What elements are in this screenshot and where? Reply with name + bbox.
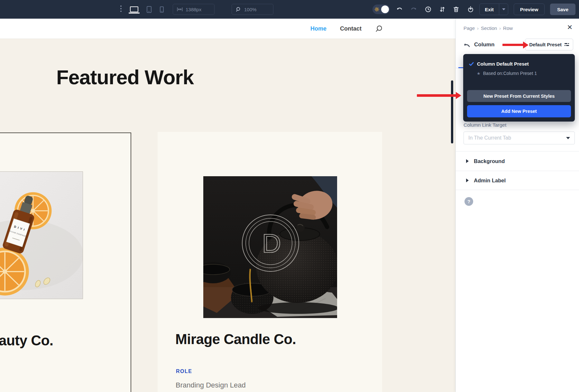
clock-icon (425, 6, 432, 13)
history-button[interactable] (425, 6, 432, 13)
redo-button[interactable] (410, 6, 417, 13)
teapot-photo: D (203, 176, 337, 318)
section-background-title: Background (474, 158, 505, 164)
panel-title: Column (474, 41, 494, 48)
default-preset-label: Default Preset (529, 42, 562, 47)
active-preset-row[interactable]: Column Default Preset (469, 61, 529, 67)
preset-icon (565, 43, 569, 46)
chevron-down-icon (566, 137, 570, 139)
role-value: Branding Design Lead (176, 381, 246, 389)
exit-label[interactable]: Exit (480, 4, 499, 15)
close-panel-button[interactable]: ✕ (567, 24, 573, 31)
chevron-down-icon (502, 8, 505, 10)
check-icon (469, 62, 474, 66)
undo-icon (396, 6, 403, 13)
power-download-icon (467, 6, 474, 13)
add-new-preset-button[interactable]: Add New Preset (467, 105, 571, 117)
breadcrumb-section[interactable]: Section (481, 25, 497, 31)
star-icon: ★ (477, 71, 481, 76)
desktop-icon (130, 6, 138, 12)
serum-bottle-photo: D I V I DIVINE ESSENCE (0, 171, 83, 299)
desktop-view-button[interactable] (129, 5, 140, 14)
active-preset-name: Column Default Preset (477, 61, 529, 67)
canvas-width-input[interactable]: 1388px (173, 4, 215, 15)
based-on-row: ★ Based on:Column Preset 1 (477, 71, 537, 76)
tablet-icon (147, 6, 152, 13)
column-link-target-label: Column Link Target (464, 122, 506, 128)
width-arrows-icon (177, 7, 183, 12)
phone-icon (160, 6, 164, 13)
tablet-view-button[interactable] (143, 5, 154, 14)
active-tab-indicator (458, 67, 464, 68)
section-admin-label-toggle[interactable]: Admin Label (456, 171, 579, 190)
page-title: Featured Work (56, 66, 194, 89)
nav-link-home[interactable]: Home (310, 25, 326, 32)
section-admin-label-title: Admin Label (474, 178, 506, 184)
help-button[interactable]: ? (464, 197, 473, 206)
default-preset-button[interactable]: Default Preset (525, 39, 573, 50)
sort-arrows-icon (439, 6, 446, 13)
builder-settings-toggle[interactable] (372, 5, 390, 14)
back-button[interactable] (463, 41, 471, 49)
breadcrumb-row[interactable]: Row (503, 25, 513, 31)
trash-button[interactable] (453, 6, 460, 13)
collapsed-arrow-icon (466, 159, 469, 163)
annotation-arrow-new-preset (417, 94, 456, 97)
breadcrumb-separator: › (499, 25, 501, 31)
site-nav: Home Contact (310, 19, 383, 39)
portfolio-card-left[interactable]: D I V I DIVINE ESSENCE auty Co. (0, 132, 131, 392)
watermark-letter: D (262, 229, 281, 258)
canvas-zoom-input[interactable]: 100% (232, 4, 273, 15)
search-icon[interactable] (375, 25, 383, 32)
zoom-magnifier-icon (236, 7, 241, 12)
save-button[interactable]: Save (550, 4, 575, 15)
phone-view-button[interactable] (156, 5, 167, 14)
breadcrumb-page[interactable]: Page (464, 25, 475, 31)
gear-icon (374, 7, 380, 12)
exit-button[interactable]: Exit (479, 4, 508, 15)
trash-icon (453, 6, 460, 13)
based-on-text: Based on:Column Preset 1 (483, 71, 537, 76)
section-background-toggle[interactable]: Background (456, 151, 579, 171)
card-title-center: Mirage Candle Co. (175, 331, 296, 347)
annotation-arrow-preset-button (502, 44, 523, 46)
layers-sort-button[interactable] (439, 6, 446, 13)
toolbar-drag-handle-icon[interactable] (120, 5, 122, 12)
nav-link-contact[interactable]: Contact (340, 25, 362, 32)
divider (456, 190, 579, 190)
card-title-left: auty Co. (0, 333, 53, 349)
builder-toolbar: 1388px 100% (0, 0, 579, 19)
back-arrow-icon (463, 41, 471, 49)
role-label: ROLE (176, 369, 192, 374)
canvas-scrollbar-thumb[interactable] (451, 80, 453, 143)
portability-button[interactable] (467, 6, 474, 13)
collapsed-arrow-icon (466, 178, 469, 182)
portfolio-card-center[interactable]: D Mirage Candle Co. ROLE Branding Design… (158, 132, 382, 392)
preview-button[interactable]: Preview (514, 4, 545, 15)
page-canvas: Home Contact Featured Work (0, 19, 455, 392)
breadcrumb-separator: › (477, 25, 479, 31)
canvas-width-value: 1388px (186, 7, 201, 12)
redo-icon (410, 6, 417, 13)
column-link-target-select[interactable]: In The Current Tab (464, 132, 575, 144)
column-link-target-value: In The Current Tab (468, 135, 511, 141)
preset-dropdown: Column Default Preset ★ Based on:Column … (463, 54, 575, 122)
canvas-zoom-value: 100% (244, 7, 256, 12)
settings-panel: Page › Section › Row ✕ Column Default Pr… (455, 19, 579, 392)
breadcrumb: Page › Section › Row (464, 25, 513, 31)
undo-button[interactable] (396, 6, 403, 13)
toggle-knob (381, 5, 389, 13)
new-preset-from-styles-button[interactable]: New Preset From Current Styles (467, 90, 571, 102)
site-header: Home Contact (0, 19, 455, 39)
exit-dropdown-button[interactable] (499, 4, 508, 15)
